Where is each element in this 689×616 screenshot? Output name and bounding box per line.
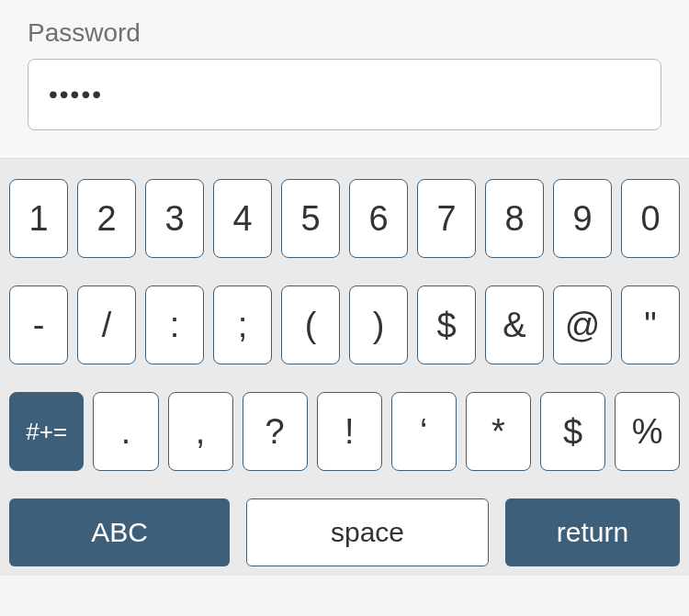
key-asterisk[interactable]: * [466,392,531,471]
key-percent[interactable]: % [615,392,680,471]
key-period[interactable]: . [93,392,158,471]
key-symbols-modifier[interactable]: #+= [9,392,84,471]
key-colon[interactable]: : [145,286,204,364]
key-ampersand[interactable]: & [485,286,544,364]
keyboard-row-1: 1 2 3 4 5 6 7 8 9 0 [9,179,680,258]
key-return[interactable]: return [505,498,680,566]
key-close-paren[interactable]: ) [349,286,408,364]
key-slash[interactable]: / [77,286,136,364]
key-abc-modifier[interactable]: ABC [9,498,230,566]
virtual-keyboard: 1 2 3 4 5 6 7 8 9 0 - / : ; ( ) $ & @ " … [0,159,689,576]
key-9[interactable]: 9 [553,179,612,258]
key-8[interactable]: 8 [485,179,544,258]
key-6[interactable]: 6 [349,179,408,258]
key-apostrophe[interactable]: ‘ [391,392,457,471]
key-exclaim[interactable]: ! [317,392,382,471]
key-1[interactable]: 1 [9,179,68,258]
key-7[interactable]: 7 [417,179,476,258]
password-masked-value: ••••• [49,82,103,107]
key-dollar-2[interactable]: $ [540,392,605,471]
key-3[interactable]: 3 [145,179,204,258]
keyboard-row-2: - / : ; ( ) $ & @ " [9,286,680,364]
keyboard-row-4: ABC space return [9,498,680,566]
key-dash[interactable]: - [9,286,68,364]
key-at[interactable]: @ [553,286,612,364]
key-semicolon[interactable]: ; [213,286,272,364]
password-label: Password [28,18,661,48]
key-comma[interactable]: , [168,392,233,471]
key-quote[interactable]: " [621,286,680,364]
key-0[interactable]: 0 [621,179,680,258]
password-input[interactable]: ••••• [28,59,661,130]
keyboard-row-3: #+= . , ? ! ‘ * $ % [9,392,680,471]
key-dollar[interactable]: $ [417,286,476,364]
key-5[interactable]: 5 [281,179,340,258]
key-space[interactable]: space [246,498,489,566]
key-2[interactable]: 2 [77,179,136,258]
password-form-area: Password ••••• [0,0,689,159]
key-question[interactable]: ? [243,392,308,471]
key-open-paren[interactable]: ( [281,286,340,364]
key-4[interactable]: 4 [213,179,272,258]
